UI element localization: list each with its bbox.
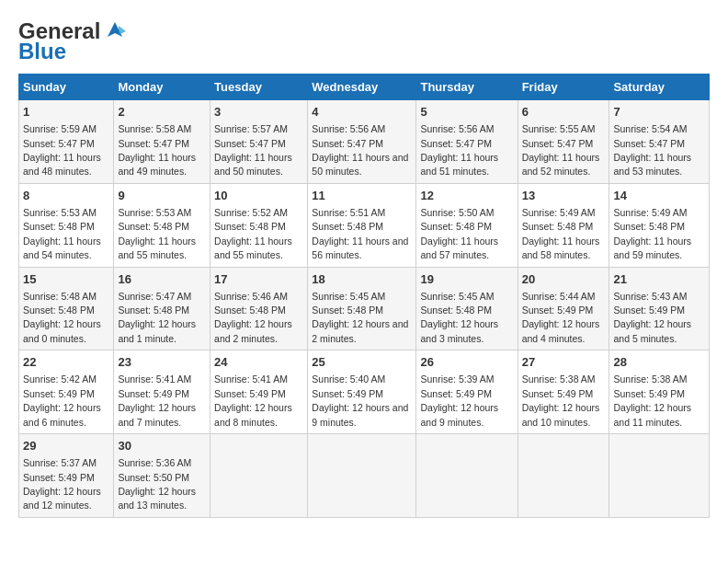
sunrise-text: Sunrise: 5:53 AM xyxy=(23,207,97,218)
daylight-text: Daylight: 11 hours and 55 minutes. xyxy=(214,236,292,260)
sunrise-text: Sunrise: 5:54 AM xyxy=(613,123,687,134)
daylight-text: Daylight: 11 hours and 50 minutes. xyxy=(214,152,292,177)
sunset-text: Sunset: 5:47 PM xyxy=(312,138,383,149)
day-cell: 1 Sunrise: 5:59 AM Sunset: 5:47 PM Dayli… xyxy=(19,100,114,184)
sunrise-text: Sunrise: 5:45 AM xyxy=(312,291,385,302)
daylight-text: Daylight: 12 hours and 0 minutes. xyxy=(23,318,101,343)
sunrise-text: Sunrise: 5:51 AM xyxy=(312,207,385,218)
day-number: 7 xyxy=(613,104,705,121)
daylight-text: Daylight: 12 hours and 13 minutes. xyxy=(118,486,196,511)
col-header-friday: Friday xyxy=(518,75,609,100)
day-number: 13 xyxy=(522,188,606,204)
sunrise-text: Sunrise: 5:44 AM xyxy=(522,291,596,302)
day-cell: 18 Sunrise: 5:45 AM Sunset: 5:48 PM Dayl… xyxy=(308,267,416,350)
day-number: 19 xyxy=(420,271,513,288)
day-number: 30 xyxy=(118,438,206,454)
logo: General Blue xyxy=(18,18,128,64)
day-cell: 30 Sunrise: 5:36 AM Sunset: 5:50 PM Dayl… xyxy=(114,434,210,518)
sunrise-text: Sunrise: 5:47 AM xyxy=(118,291,191,302)
day-cell: 27 Sunrise: 5:38 AM Sunset: 5:49 PM Dayl… xyxy=(518,350,609,434)
daylight-text: Daylight: 12 hours and 1 minute. xyxy=(118,318,196,343)
day-number: 21 xyxy=(613,271,705,288)
sunset-text: Sunset: 5:48 PM xyxy=(312,304,383,316)
sunset-text: Sunset: 5:48 PM xyxy=(522,221,594,232)
day-number: 17 xyxy=(214,271,303,288)
day-number: 29 xyxy=(23,438,109,454)
sunrise-text: Sunrise: 5:49 AM xyxy=(613,207,687,218)
day-number: 9 xyxy=(118,188,206,204)
sunset-text: Sunset: 5:48 PM xyxy=(613,221,685,232)
sunset-text: Sunset: 5:47 PM xyxy=(118,138,189,149)
sunset-text: Sunset: 5:48 PM xyxy=(420,304,492,316)
sunrise-text: Sunrise: 5:53 AM xyxy=(118,207,191,218)
day-cell xyxy=(210,434,308,518)
day-cell: 13 Sunrise: 5:49 AM Sunset: 5:48 PM Dayl… xyxy=(518,183,609,267)
week-row-2: 8 Sunrise: 5:53 AM Sunset: 5:48 PM Dayli… xyxy=(19,183,710,267)
day-cell: 20 Sunrise: 5:44 AM Sunset: 5:49 PM Dayl… xyxy=(518,267,609,350)
daylight-text: Daylight: 11 hours and 56 minutes. xyxy=(312,236,408,260)
sunset-text: Sunset: 5:49 PM xyxy=(613,304,685,316)
day-cell: 15 Sunrise: 5:48 AM Sunset: 5:48 PM Dayl… xyxy=(19,267,114,350)
daylight-text: Daylight: 12 hours and 2 minutes. xyxy=(312,318,408,343)
col-header-thursday: Thursday xyxy=(416,75,518,100)
sunrise-text: Sunrise: 5:37 AM xyxy=(23,457,97,468)
day-cell: 28 Sunrise: 5:38 AM Sunset: 5:49 PM Dayl… xyxy=(609,350,710,434)
sunset-text: Sunset: 5:48 PM xyxy=(214,304,286,316)
day-number: 20 xyxy=(522,271,606,288)
daylight-text: Daylight: 11 hours and 59 minutes. xyxy=(613,236,691,260)
sunset-text: Sunset: 5:48 PM xyxy=(118,304,189,316)
daylight-text: Daylight: 11 hours and 54 minutes. xyxy=(23,236,101,260)
col-header-monday: Monday xyxy=(114,75,210,100)
sunset-text: Sunset: 5:49 PM xyxy=(23,388,95,399)
day-cell: 24 Sunrise: 5:41 AM Sunset: 5:49 PM Dayl… xyxy=(210,350,308,434)
day-cell: 19 Sunrise: 5:45 AM Sunset: 5:48 PM Dayl… xyxy=(416,267,518,350)
sunrise-text: Sunrise: 5:42 AM xyxy=(23,373,97,385)
sunset-text: Sunset: 5:48 PM xyxy=(420,221,492,232)
week-row-3: 15 Sunrise: 5:48 AM Sunset: 5:48 PM Dayl… xyxy=(19,267,710,350)
day-cell: 6 Sunrise: 5:55 AM Sunset: 5:47 PM Dayli… xyxy=(518,100,609,184)
week-row-1: 1 Sunrise: 5:59 AM Sunset: 5:47 PM Dayli… xyxy=(19,100,710,184)
sunset-text: Sunset: 5:49 PM xyxy=(522,304,594,316)
day-number: 16 xyxy=(118,271,206,288)
sunrise-text: Sunrise: 5:45 AM xyxy=(420,291,494,302)
sunrise-text: Sunrise: 5:46 AM xyxy=(214,291,288,302)
week-row-4: 22 Sunrise: 5:42 AM Sunset: 5:49 PM Dayl… xyxy=(19,350,710,434)
day-number: 5 xyxy=(420,104,513,121)
daylight-text: Daylight: 12 hours and 7 minutes. xyxy=(118,402,196,427)
sunrise-text: Sunrise: 5:52 AM xyxy=(214,207,288,218)
page-header: General Blue xyxy=(18,18,710,64)
daylight-text: Daylight: 11 hours and 57 minutes. xyxy=(420,236,498,260)
sunrise-text: Sunrise: 5:50 AM xyxy=(420,207,494,218)
day-cell: 12 Sunrise: 5:50 AM Sunset: 5:48 PM Dayl… xyxy=(416,183,518,267)
col-header-sunday: Sunday xyxy=(19,75,114,100)
sunrise-text: Sunrise: 5:56 AM xyxy=(420,123,494,134)
day-cell: 2 Sunrise: 5:58 AM Sunset: 5:47 PM Dayli… xyxy=(114,100,210,184)
day-number: 2 xyxy=(118,104,206,121)
day-number: 27 xyxy=(522,354,606,371)
sunrise-text: Sunrise: 5:56 AM xyxy=(312,123,385,134)
day-cell: 8 Sunrise: 5:53 AM Sunset: 5:48 PM Dayli… xyxy=(19,183,114,267)
logo-blue: Blue xyxy=(18,39,66,64)
daylight-text: Daylight: 12 hours and 3 minutes. xyxy=(420,318,498,343)
sunrise-text: Sunrise: 5:41 AM xyxy=(214,373,288,385)
sunset-text: Sunset: 5:49 PM xyxy=(214,388,286,399)
sunrise-text: Sunrise: 5:40 AM xyxy=(312,373,385,385)
day-number: 10 xyxy=(214,188,303,204)
sunrise-text: Sunrise: 5:39 AM xyxy=(420,373,494,385)
sunrise-text: Sunrise: 5:48 AM xyxy=(23,291,97,302)
sunset-text: Sunset: 5:47 PM xyxy=(420,138,492,149)
daylight-text: Daylight: 11 hours and 48 minutes. xyxy=(23,152,101,177)
daylight-text: Daylight: 11 hours and 51 minutes. xyxy=(420,152,498,177)
daylight-text: Daylight: 12 hours and 11 minutes. xyxy=(613,402,691,427)
calendar-header-row: SundayMondayTuesdayWednesdayThursdayFrid… xyxy=(19,75,710,100)
sunset-text: Sunset: 5:49 PM xyxy=(522,388,594,399)
sunrise-text: Sunrise: 5:41 AM xyxy=(118,373,191,385)
sunset-text: Sunset: 5:49 PM xyxy=(23,472,95,483)
day-number: 11 xyxy=(312,188,412,204)
sunset-text: Sunset: 5:49 PM xyxy=(312,388,383,399)
daylight-text: Daylight: 11 hours and 58 minutes. xyxy=(522,236,600,260)
sunset-text: Sunset: 5:48 PM xyxy=(312,221,383,232)
daylight-text: Daylight: 12 hours and 10 minutes. xyxy=(522,402,600,427)
day-cell: 22 Sunrise: 5:42 AM Sunset: 5:49 PM Dayl… xyxy=(19,350,114,434)
daylight-text: Daylight: 11 hours and 52 minutes. xyxy=(522,152,600,177)
